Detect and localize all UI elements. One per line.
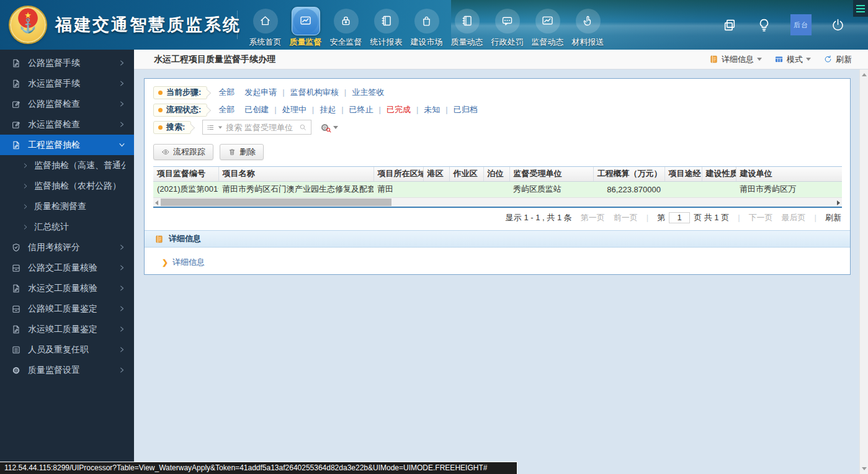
- col-supervision-no[interactable]: 项目监督编号: [153, 167, 218, 181]
- status-option-archived[interactable]: 已归档: [440, 104, 477, 115]
- status-option-completed[interactable]: 已完成: [374, 104, 411, 115]
- page-number-input[interactable]: [669, 212, 690, 223]
- power-icon[interactable]: [830, 17, 846, 33]
- horizontal-scrollbar[interactable]: [153, 197, 842, 207]
- col-accepting-unit[interactable]: 监督受理单位: [509, 167, 593, 181]
- nav-item-statistics-report[interactable]: 统计报表: [366, 7, 406, 48]
- refresh-button[interactable]: 刷新: [823, 54, 852, 65]
- col-project-name[interactable]: 项目名称: [218, 167, 374, 181]
- chevron-right-icon: [22, 163, 29, 169]
- status-option-processing[interactable]: 处理中: [269, 104, 306, 115]
- nav-item-administrative-penalty[interactable]: 行政处罚: [487, 7, 527, 48]
- detail-info-link[interactable]: 详细信息: [172, 257, 205, 268]
- refresh-page-button[interactable]: 刷新: [825, 212, 841, 223]
- sidebar-item-personnel-duplicate-posts[interactable]: 人员及重复任职: [0, 339, 134, 360]
- sidebar-item-credit-score[interactable]: 信用考核评分: [0, 237, 134, 257]
- sidebar-subitem-quality-testing[interactable]: 质量检测督查: [0, 196, 134, 217]
- chevron-right-icon: [119, 80, 125, 87]
- sidebar-item-highway-inspection[interactable]: 公路监督检查: [0, 94, 134, 114]
- chevron-right-icon: [119, 264, 125, 271]
- sidebar-subitem-summary-statistics[interactable]: 汇总统计: [0, 217, 134, 237]
- detail-info-dropdown[interactable]: 详细信息: [709, 54, 762, 65]
- detail-link-row: 详细信息: [153, 248, 841, 268]
- nav-label: 统计报表: [370, 37, 403, 48]
- last-page-button[interactable]: 最后页: [782, 212, 806, 223]
- corner-menu-icon[interactable]: [853, 0, 868, 17]
- scrollbar-thumb[interactable]: [161, 199, 391, 206]
- mode-dropdown[interactable]: 模式: [774, 54, 811, 65]
- breadcrumb: 水运工程项目质量监督手续办理: [154, 54, 275, 65]
- caret-down-icon[interactable]: [218, 126, 222, 128]
- status-option-terminated[interactable]: 已终止: [336, 104, 373, 115]
- nav-item-material-submission[interactable]: 材料报送: [568, 7, 608, 48]
- table-row[interactable]: (2021)质监第001号 莆田市秀屿区石门澳产业园生态修复及配套工程 莆田 秀…: [153, 181, 842, 197]
- advanced-search-dropdown[interactable]: [320, 122, 338, 133]
- sidebar-item-highway-completion-appraisal[interactable]: 公路竣工质量鉴定: [0, 298, 134, 319]
- cell-supervision-no: (2021)质监第001号: [153, 181, 218, 197]
- cell-route: [664, 181, 702, 197]
- col-construction-unit[interactable]: 建设单位: [736, 167, 842, 181]
- step-option-initiate[interactable]: 发起申请: [244, 87, 277, 98]
- sidebar-subitem-sampling-highway-waterway[interactable]: 监督抽检（高速、普通公路、水运: [0, 155, 134, 176]
- sidebar-item-waterway-handover-verification[interactable]: 水运交工质量核验: [0, 278, 134, 298]
- first-page-button[interactable]: 第一页: [581, 212, 605, 223]
- col-work-area[interactable]: 作业区: [449, 167, 483, 181]
- step-option-owner-signoff[interactable]: 业主签收: [339, 87, 384, 98]
- step-option-agency-review[interactable]: 监督机构审核: [277, 87, 338, 98]
- sidebar-item-highway-procedures[interactable]: 公路监督手续: [0, 53, 134, 73]
- trash-icon: [228, 148, 236, 156]
- shield-icon: [11, 243, 21, 253]
- col-region[interactable]: 项目所在区域: [374, 167, 423, 181]
- col-budget[interactable]: 工程概算（万元）: [593, 167, 664, 181]
- nav-item-system-home[interactable]: 系统首页: [245, 7, 285, 48]
- step-option-all[interactable]: 全部: [218, 87, 235, 98]
- col-port-area[interactable]: 港区: [423, 167, 449, 181]
- col-construction-nature[interactable]: 建设性质: [702, 167, 736, 181]
- next-page-button[interactable]: 下一页: [749, 212, 773, 223]
- nav-item-safety-supervision[interactable]: 安全监督: [326, 7, 366, 48]
- sidebar-item-project-sampling[interactable]: 工程监督抽检: [0, 135, 134, 155]
- sidebar-item-waterway-inspection[interactable]: 水运监督检查: [0, 114, 134, 135]
- nav-label: 系统首页: [249, 37, 282, 48]
- brand: ★ ⚓ 福建交通智慧质监系统: [0, 7, 237, 43]
- status-option-suspended[interactable]: 挂起: [306, 104, 336, 115]
- vertical-scrollbar[interactable]: [859, 69, 868, 474]
- status-option-all[interactable]: 全部: [218, 104, 235, 115]
- scroll-down-icon[interactable]: [862, 467, 867, 470]
- windows-icon[interactable]: [722, 17, 738, 33]
- field-list-icon[interactable]: [207, 123, 215, 132]
- col-berth[interactable]: 泊位: [483, 167, 509, 181]
- nav-item-quality-news[interactable]: 质量动态: [447, 7, 487, 48]
- col-route[interactable]: 项目途经: [664, 167, 702, 181]
- chevron-right-icon: [119, 305, 125, 312]
- filter-row-status: 流程状态: 全部 已创建 处理中 挂起 已终止 已完成 未知 已归档: [153, 101, 841, 118]
- logo-anchor-icon: ⚓: [19, 19, 36, 34]
- scroll-right-icon[interactable]: [837, 200, 840, 205]
- page-prefix: 第: [657, 212, 665, 223]
- caret-down-icon: [757, 58, 762, 61]
- sidebar-item-quality-supervision-settings[interactable]: 质量监督设置: [0, 360, 134, 380]
- sidebar-item-waterway-completion-appraisal[interactable]: 水运竣工质量鉴定: [0, 319, 134, 339]
- sidebar-subitem-sampling-rural-road[interactable]: 监督抽检（农村公路）: [0, 176, 134, 196]
- nav-label: 材料报送: [572, 37, 604, 48]
- delete-button[interactable]: 删除: [220, 144, 264, 160]
- scroll-up-icon[interactable]: [862, 73, 867, 76]
- prev-page-button[interactable]: 前一页: [614, 212, 638, 223]
- status-option-created[interactable]: 已创建: [244, 104, 269, 115]
- sidebar-item-highway-handover-verification[interactable]: 公路交工质量核验: [0, 257, 134, 278]
- nav-item-supervision-news[interactable]: 监督动态: [527, 7, 568, 48]
- search-icon[interactable]: [298, 123, 307, 132]
- content-topbar: 水运工程项目质量监督手续办理 详细信息 模式 刷新: [134, 50, 868, 69]
- search-input[interactable]: [226, 123, 295, 132]
- doc-icon: [11, 324, 21, 334]
- scroll-left-icon[interactable]: [155, 200, 158, 205]
- lightbulb-icon[interactable]: [756, 17, 772, 33]
- nav-item-construction-market[interactable]: 建设市场: [406, 7, 447, 48]
- flow-track-button[interactable]: 流程跟踪: [153, 144, 213, 160]
- page-suffix: 页 共 1 页: [694, 212, 729, 223]
- nav-item-quality-supervision[interactable]: 质量监督: [285, 7, 326, 48]
- backend-tile-button[interactable]: 后台: [790, 14, 812, 35]
- status-option-unknown[interactable]: 未知: [411, 104, 440, 115]
- sidebar-item-waterway-procedures[interactable]: 水运监督手续: [0, 73, 134, 94]
- edit-icon: [11, 120, 21, 130]
